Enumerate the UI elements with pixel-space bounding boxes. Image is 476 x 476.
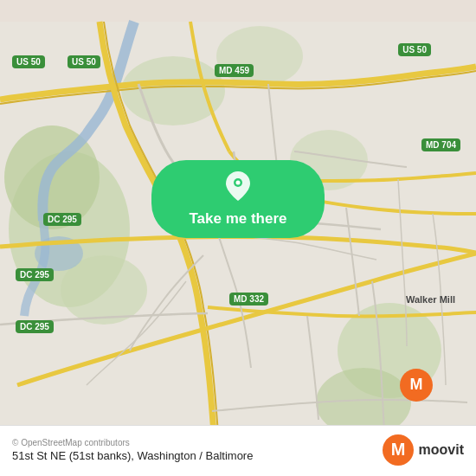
svg-point-5 — [216, 26, 303, 87]
take-me-there-label: Take me there — [189, 210, 286, 228]
svg-point-4 — [121, 56, 225, 125]
moovit-logo: M moovit — [383, 434, 464, 466]
badge-dc295-2: DC 295 — [16, 268, 54, 281]
badge-md332: MD 332 — [229, 293, 268, 306]
badge-us50-2: US 50 — [68, 55, 100, 68]
bottom-bar: © OpenStreetMap contributors 51st St NE … — [0, 425, 476, 476]
badge-us50-1: US 50 — [12, 55, 45, 68]
moovit-brand-text: moovit — [419, 442, 464, 458]
location-pin-icon — [226, 171, 250, 207]
bottom-left-info: © OpenStreetMap contributors 51st St NE … — [12, 438, 253, 462]
copyright-text: © OpenStreetMap contributors — [12, 438, 253, 447]
badge-md704: MD 704 — [421, 138, 460, 151]
moovit-logo-icon: M — [383, 434, 414, 466]
moovit-map-marker: M — [400, 369, 433, 402]
take-me-there-button[interactable]: Take me there — [151, 160, 325, 238]
location-label: 51st St NE (51st banks), Washington / Ba… — [12, 449, 253, 462]
badge-md459: MD 459 — [215, 64, 254, 77]
badge-dc295-3: DC 295 — [16, 320, 54, 333]
svg-text:M: M — [390, 440, 405, 459]
walker-mill-label: Walker Mill — [406, 294, 455, 305]
svg-text:M: M — [410, 376, 423, 393]
svg-point-11 — [236, 180, 241, 184]
badge-dc295-1: DC 295 — [43, 213, 81, 226]
badge-us50-3: US 50 — [398, 43, 431, 56]
map-container: US 50 US 50 US 50 MD 459 MD 704 DC 295 D… — [0, 0, 476, 476]
